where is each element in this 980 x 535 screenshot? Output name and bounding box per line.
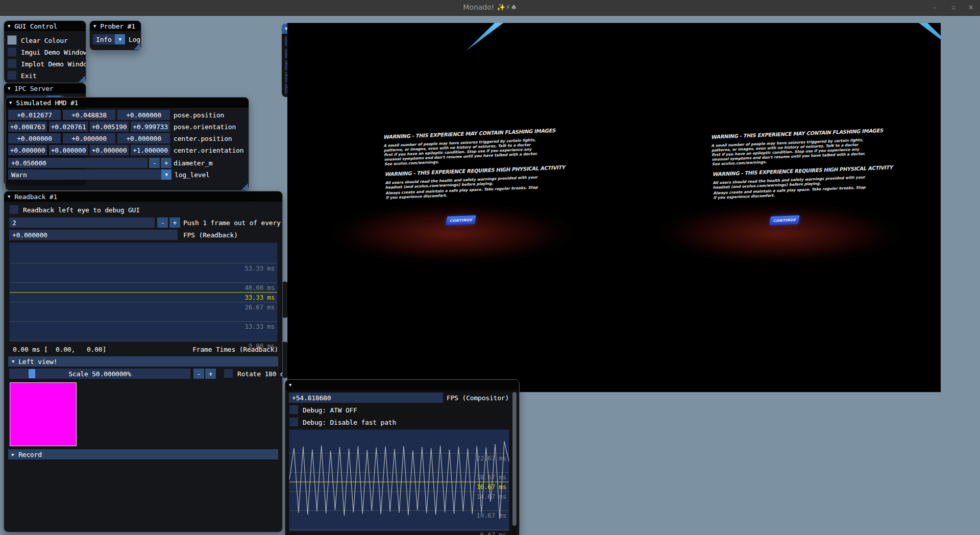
red-horizon-glow-right — [623, 192, 935, 274]
record-title: Record — [18, 451, 42, 458]
rotate-180-checkbox[interactable] — [224, 369, 233, 378]
fps-compositor-input[interactable]: +54.818680 — [289, 393, 443, 403]
log-level-combo[interactable]: Warn ▼ — [8, 169, 172, 180]
minimize-icon[interactable]: – — [928, 2, 941, 13]
diameter-plus-button[interactable]: + — [161, 158, 172, 168]
push-frame-label: Push 1 frame out of every — [183, 219, 281, 227]
center-position-x[interactable]: +0.000000 — [8, 133, 61, 143]
readback-left-eye-checkbox[interactable] — [9, 205, 19, 214]
center-orientation-w[interactable]: +1.000000 — [131, 145, 170, 155]
warning-panel-left-eye: WARNING - THIS EXPERIENCE MAY CONTAIN FL… — [383, 128, 542, 200]
debug-atw-checkbox[interactable] — [289, 405, 299, 415]
gui-control-titlebar[interactable]: ▼ GUI Control — [4, 21, 86, 31]
resize-grip[interactable] — [241, 183, 248, 190]
collapse-icon[interactable]: ▼ — [9, 100, 12, 105]
center-orientation-z[interactable]: +0.000000 — [90, 145, 129, 155]
scale-slider[interactable]: Scale 50.000000% — [9, 369, 190, 379]
push-frame-plus-button[interactable]: + — [169, 217, 180, 228]
scrollbar-track[interactable] — [512, 391, 517, 535]
center-orientation-label: center.orientation — [174, 147, 243, 154]
collapse-icon[interactable]: ▼ — [8, 86, 10, 91]
compositor-titlebar[interactable]: ▼ — [285, 380, 519, 390]
imgui-demo-checkbox[interactable] — [7, 47, 17, 57]
warning-body-1: A small number of people may have seizur… — [383, 137, 540, 166]
readback-left-eye-label: Readback left eye to debug GUI — [23, 206, 140, 214]
diameter-input[interactable]: +0.050000 — [8, 158, 148, 168]
pose-position-x[interactable]: +0.012677 — [8, 110, 61, 120]
chevron-down-icon[interactable]: ▼ — [115, 34, 125, 44]
ipc-server-titlebar[interactable]: ▼ IPC Server — [4, 83, 86, 93]
diameter-minus-button[interactable]: - — [149, 158, 160, 168]
resize-grip[interactable] — [79, 76, 85, 82]
readback-titlebar[interactable]: ▼ Readback #1 — [4, 191, 282, 202]
frame-times-readback-plot[interactable]: 53.33 ms40.00 ms26.67 ms13.33 ms0.00 ms3… — [9, 242, 278, 342]
center-orientation-y[interactable]: +0.000000 — [49, 145, 88, 155]
svg-text:40.00 ms: 40.00 ms — [244, 284, 275, 291]
center-orientation-x[interactable]: +0.000000 — [8, 145, 47, 155]
pose-orientation-x[interactable]: +0.008763 — [8, 121, 47, 132]
scale-minus-button[interactable]: - — [193, 369, 204, 379]
prober-combo-value: Info — [96, 36, 112, 43]
pose-position-label: pose.position — [174, 111, 224, 119]
center-position-y[interactable]: +0.000000 — [63, 133, 115, 143]
collapse-icon[interactable]: ▼ — [93, 23, 96, 29]
simulated-hmd-titlebar[interactable]: ▼ Simulated HMD #1 — [6, 98, 249, 108]
collapse-icon[interactable]: ▶ — [12, 452, 14, 457]
collapse-icon[interactable]: ▼ — [12, 359, 14, 364]
gui-control-title: GUI Control — [14, 22, 57, 30]
scale-plus-button[interactable]: + — [205, 369, 216, 379]
center-position-z[interactable]: +0.000000 — [117, 133, 170, 143]
prober-log-level-combo[interactable]: Info ▼ — [93, 34, 125, 44]
implot-demo-checkbox[interactable] — [7, 59, 17, 68]
prober-log-button[interactable]: Log — [129, 36, 140, 43]
pose-orientation-y[interactable]: +0.020761 — [49, 121, 88, 132]
left-view-title: Left view! — [18, 358, 57, 366]
readback-plot-canvas: 53.33 ms40.00 ms26.67 ms13.33 ms0.00 ms3… — [10, 243, 277, 341]
simulated-hmd-title: Simulated HMD #1 — [16, 99, 78, 107]
svg-text:33.33 ms: 33.33 ms — [244, 294, 275, 301]
collapse-icon[interactable]: ▼ — [8, 194, 10, 199]
window-prober: ▼ Prober #1 Info ▼ Log — [89, 20, 141, 51]
record-header[interactable]: ▶ Record — [8, 449, 278, 459]
scale-slider-text: Scale 50.000000% — [9, 370, 190, 378]
svg-text:10.67 ms: 10.67 ms — [476, 512, 506, 519]
debug-fastpath-checkbox[interactable] — [289, 417, 299, 427]
continue-button-left-eye: CONTINUE — [446, 215, 476, 225]
implot-demo-label: Implot Demo Window — [21, 60, 86, 68]
debug-fastpath-label: Debug: Disable fast path — [303, 419, 396, 426]
window-title: Monado! ✨⚡♠ — [0, 3, 980, 11]
collapse-icon[interactable]: ▼ — [8, 23, 10, 29]
pose-orientation-w[interactable]: +0.999733 — [131, 121, 170, 132]
exit-label: Exit — [21, 72, 37, 80]
svg-text:53.33 ms: 53.33 ms — [244, 264, 275, 272]
compositor-plot-canvas: 22.67 ms18.67 ms14.67 ms10.67 ms6.67 ms1… — [289, 430, 509, 531]
maximize-icon[interactable]: ▫ — [947, 2, 960, 13]
exit-checkbox[interactable] — [7, 70, 17, 80]
scrollbar-thumb[interactable] — [512, 392, 517, 526]
prober-title: Prober #1 — [100, 22, 135, 30]
fps-compositor-label: FPS (Compositor) — [447, 394, 509, 402]
close-icon[interactable]: ✕ — [965, 2, 977, 13]
pose-orientation-z[interactable]: +0.005190 — [90, 121, 129, 132]
resize-grip[interactable] — [134, 43, 140, 50]
prober-titlebar[interactable]: ▼ Prober #1 — [90, 21, 141, 31]
svg-text:26.67 ms: 26.67 ms — [244, 303, 275, 311]
vr-render-view: WARNING - THIS EXPERIENCE MAY CONTAIN FL… — [287, 23, 941, 392]
os-titlebar[interactable]: Monado! ✨⚡♠ – ▫ ✕ — [0, 0, 980, 16]
left-eye-preview-image — [10, 382, 77, 446]
clear-colour-checkbox[interactable] — [7, 35, 17, 45]
fps-readback-input[interactable]: +0.000000 — [9, 230, 178, 240]
pose-orientation-label: pose.orientation — [174, 123, 236, 131]
clear-colour-label: Clear Colour — [21, 37, 68, 44]
collapse-icon[interactable]: ▼ — [289, 382, 291, 387]
pose-position-y[interactable]: +0.048838 — [63, 110, 115, 120]
left-view-header[interactable]: ▼ Left view! — [8, 356, 278, 367]
chevron-down-icon[interactable]: ▼ — [161, 169, 172, 180]
warning-panel-right-eye: WARNING - THIS EXPERIENCE MAY CONTAIN FL… — [711, 128, 869, 200]
log-level-value: Warn — [11, 171, 27, 179]
frame-times-compositor-plot[interactable]: 22.67 ms18.67 ms14.67 ms10.67 ms6.67 ms1… — [289, 429, 509, 531]
push-frame-minus-button[interactable]: - — [157, 217, 168, 228]
imgui-demo-label: Imgui Demo Window — [21, 48, 86, 56]
push-frame-input[interactable]: 2 — [9, 217, 155, 228]
pose-position-z[interactable]: +0.000000 — [117, 110, 170, 120]
